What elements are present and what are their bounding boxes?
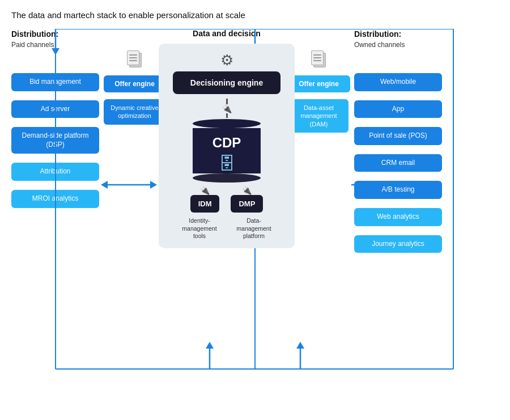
- list-item: Attribution: [11, 163, 99, 181]
- cylinder-top: [193, 119, 261, 128]
- left-items-list: Bid management Ad server Demand-side pla…: [11, 73, 99, 213]
- idm-label: Identity-management tools: [177, 217, 222, 240]
- decisioning-engine-box: Decisioning engine: [173, 71, 280, 94]
- left-column: Distribution: Paid channels Bid manageme…: [11, 29, 99, 392]
- right-column: Distribution: Owned channels Web/mobile …: [354, 29, 442, 392]
- list-item: MROI analytics: [11, 190, 99, 208]
- gear-icon: ⚙: [220, 52, 233, 69]
- right-section-header: Distribution:: [354, 29, 401, 39]
- document-icon: [127, 50, 143, 69]
- center-column: Data and decision ⚙ Decisioning engine 🔌: [170, 29, 283, 392]
- list-item: Demand-side platform (DSP): [11, 127, 99, 154]
- plug-icon-idm: 🔌: [200, 186, 210, 195]
- offer-engine-box-right: Offer engine: [288, 75, 350, 92]
- dynamic-creative-box: Dynamic creative optimization: [104, 99, 166, 125]
- page-title: The data and martech stack to enable per…: [11, 10, 499, 20]
- center-panel: ⚙ Decisioning engine 🔌 CDP 🗄: [159, 44, 295, 248]
- plug-icon-dmp: 🔌: [242, 186, 252, 195]
- dam-box: Data-asset management (DAM): [289, 99, 348, 133]
- right-section-subheader: Owned channels: [354, 41, 405, 49]
- idm-box: IDM: [190, 195, 220, 213]
- list-item: Ad server: [11, 100, 99, 118]
- list-item: Journey analytics: [354, 235, 442, 253]
- dmp-label: Data-management platform: [231, 217, 277, 240]
- cylinder-bottom: [193, 173, 261, 183]
- list-item: CRM email: [354, 154, 442, 172]
- cdp-cylinder: CDP 🗄: [193, 119, 261, 183]
- list-item: App: [354, 100, 442, 118]
- center-header: Data and decision: [193, 29, 261, 38]
- page-container: The data and martech stack to enable per…: [0, 0, 510, 420]
- left-section-header: Distribution:: [11, 29, 58, 39]
- list-item: Web analytics: [354, 208, 442, 226]
- diagram: Distribution: Paid channels Bid manageme…: [11, 29, 499, 392]
- list-item: Point of sale (POS): [354, 127, 442, 145]
- offer-engine-box-left: Offer engine: [104, 75, 166, 92]
- plug-icon-top: 🔌: [222, 104, 232, 113]
- document-icon-right: [311, 50, 327, 69]
- list-item: Bid management: [11, 73, 99, 91]
- list-item: Web/mobile: [354, 73, 442, 91]
- left-section-subheader: Paid channels: [11, 41, 54, 49]
- right-items-list: Web/mobile App Point of sale (POS) CRM e…: [354, 73, 442, 257]
- database-icon: 🗄: [218, 154, 235, 173]
- cylinder-body: CDP 🗄: [193, 128, 261, 173]
- cdp-label: CDP: [212, 135, 241, 151]
- dmp-box: DMP: [231, 195, 263, 213]
- bottom-labels: Identity-management tools Data-managemen…: [177, 217, 277, 240]
- list-item: A/B testing: [354, 181, 442, 199]
